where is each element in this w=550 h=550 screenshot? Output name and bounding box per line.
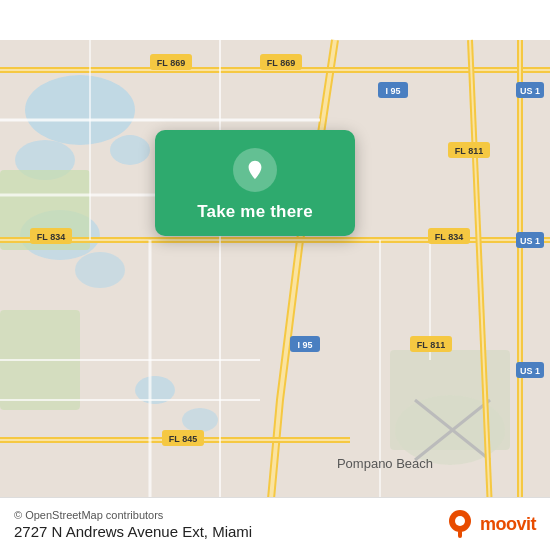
map-container: FL 869 FL 869 I 95 US 1 FL 811 FL 834 FL… [0,0,550,550]
card-label: Take me there [197,202,313,222]
svg-text:FL 869: FL 869 [267,58,295,68]
svg-text:I 95: I 95 [297,340,312,350]
svg-text:FL 869: FL 869 [157,58,185,68]
svg-text:Pompano Beach: Pompano Beach [337,456,433,471]
svg-text:US 1: US 1 [520,366,540,376]
location-icon-wrap [233,148,277,192]
svg-rect-61 [458,530,462,538]
svg-text:FL 834: FL 834 [37,232,65,242]
location-pin-icon [244,159,266,181]
svg-point-3 [110,135,150,165]
svg-point-60 [455,516,465,526]
map-attribution: © OpenStreetMap contributors [14,509,252,521]
svg-text:FL 811: FL 811 [417,340,445,350]
svg-text:FL 811: FL 811 [455,146,483,156]
address-line: 2727 N Andrews Avenue Ext, Miami [14,523,252,540]
svg-text:US 1: US 1 [520,236,540,246]
svg-point-5 [75,252,125,288]
svg-text:FL 834: FL 834 [435,232,463,242]
svg-text:FL 845: FL 845 [169,434,197,444]
bottom-bar: © OpenStreetMap contributors 2727 N Andr… [0,497,550,550]
svg-point-7 [182,408,218,432]
svg-text:I 95: I 95 [385,86,400,96]
moovit-logo: moovit [444,508,536,540]
moovit-icon [444,508,476,540]
bottom-content: © OpenStreetMap contributors 2727 N Andr… [14,509,252,540]
svg-point-1 [25,75,135,145]
svg-text:US 1: US 1 [520,86,540,96]
moovit-brand-text: moovit [480,514,536,535]
take-me-there-card[interactable]: Take me there [155,130,355,236]
